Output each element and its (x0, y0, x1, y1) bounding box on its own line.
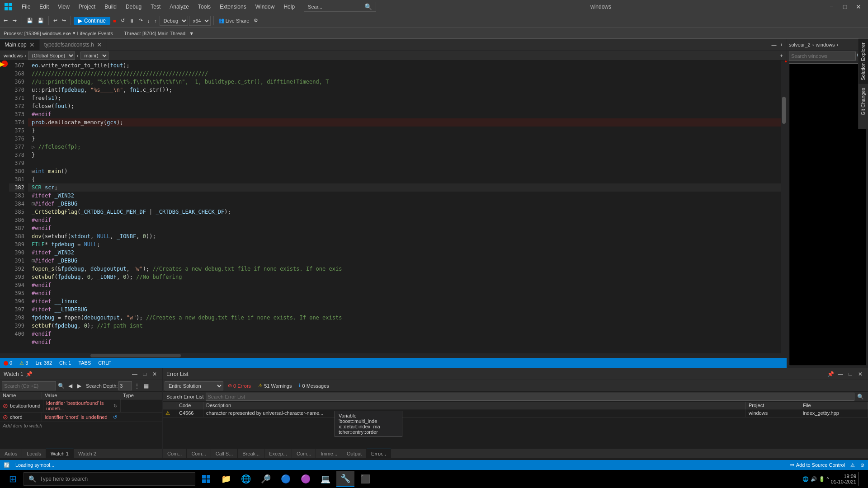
volume-icon[interactable]: 🔊 (811, 476, 817, 482)
error-search-input[interactable] (206, 393, 854, 401)
tray-arrow[interactable]: ^ (827, 476, 829, 482)
taskbar-task-view[interactable] (197, 471, 215, 487)
error-expand-button[interactable]: □ (846, 370, 854, 378)
tab-comp1[interactable]: Com... (163, 449, 187, 458)
minimize-button[interactable]: − (826, 2, 837, 11)
side-search-input[interactable] (789, 52, 856, 61)
liveshare-button[interactable]: 👥 Live Share (217, 15, 251, 26)
taskbar-app-6[interactable]: 🟣 (297, 471, 315, 487)
error-close-button[interactable]: ✕ (856, 370, 864, 378)
error-count-badge[interactable]: ⊘ 0 Errors (225, 382, 254, 389)
taskbar-app-7[interactable]: 💻 (316, 471, 335, 487)
watch-close-button[interactable]: ✕ (151, 370, 159, 378)
watch-cell-name-0[interactable]: ⊘ besttourfound (0, 399, 43, 412)
git-changes-tab[interactable]: Git Changes (859, 84, 868, 119)
taskbar-edge[interactable]: 🌐 (237, 471, 255, 487)
forward-button[interactable]: ⮕ (10, 15, 19, 26)
error-search-icon[interactable]: 🔍 (856, 393, 864, 401)
step-over-button[interactable]: ↷ (137, 15, 145, 26)
prev-result-button[interactable]: ◀ (66, 382, 74, 390)
continue-button[interactable]: ▶ Continue (74, 17, 110, 25)
network-icon[interactable]: 🌐 (802, 476, 809, 482)
show-desktop-btn[interactable] (858, 472, 861, 486)
step-out-button[interactable]: ↑ (152, 15, 159, 26)
code-content[interactable]: eo.write_vector_to_file(fout); /////////… (28, 61, 781, 353)
watch-toolbar-btn-2[interactable]: ▦ (142, 382, 150, 390)
tab-close-button[interactable]: ✕ (29, 41, 35, 48)
step-into-button[interactable]: ↓ (146, 15, 152, 26)
back-button[interactable]: ⬅ (2, 15, 9, 26)
error-filter-select[interactable]: Entire Solution Current Project Current … (165, 381, 223, 390)
menu-project[interactable]: Project (75, 3, 99, 11)
add-watch-item[interactable]: Add item to watch (0, 422, 162, 429)
watch-cell-name-1[interactable]: ⊘ chord (0, 413, 42, 422)
tab-errors[interactable]: Error... (367, 449, 391, 458)
taskbar-file-explorer[interactable]: 📁 (217, 471, 235, 487)
tab-except[interactable]: Excep... (264, 449, 292, 458)
add-watch-icon[interactable]: + (780, 53, 783, 58)
close-button[interactable]: ✕ (853, 2, 864, 11)
tab-locals[interactable]: Locals (22, 449, 46, 458)
menu-help[interactable]: Help (280, 3, 298, 11)
solution-explorer-tab[interactable]: Solution Explorer (859, 39, 868, 84)
tab-output[interactable]: Output (342, 449, 367, 458)
menu-window[interactable]: Window (252, 3, 278, 11)
editor-expand-button[interactable]: + (778, 39, 785, 50)
restart-button[interactable]: ↺ (119, 15, 127, 26)
battery-icon[interactable]: 🔋 (819, 476, 825, 482)
next-result-button[interactable]: ▶ (75, 382, 83, 390)
menu-build[interactable]: Build (101, 3, 120, 11)
error-pin-button[interactable]: 📌 (826, 370, 835, 378)
clock-date[interactable]: 19:09 01-10-2021 (831, 474, 856, 484)
tab-typedefs[interactable]: typedefsandconsts.h ✕ (40, 39, 107, 50)
scroll-h-thumb[interactable] (90, 354, 181, 357)
restore-button[interactable]: □ (839, 2, 851, 11)
tab-breakpts[interactable]: Break... (238, 449, 264, 458)
menu-debug[interactable]: Debug (122, 3, 145, 11)
pause-button[interactable]: ⏸ (127, 15, 136, 26)
scope-select[interactable]: (Global Scope) (28, 52, 75, 60)
taskbar-search-box[interactable]: 🔍 Type here to search (24, 472, 195, 486)
taskbar-search-app[interactable]: 🔎 (257, 471, 275, 487)
error-collapse-button[interactable]: — (836, 370, 844, 378)
editor-collapse-button[interactable]: — (770, 39, 778, 50)
watch-cell-value-1[interactable]: identifier 'chord' is undefined ↺ (42, 413, 120, 422)
menu-view[interactable]: View (54, 3, 73, 11)
menu-analyze[interactable]: Analyze (166, 3, 193, 11)
scroll-thumb[interactable] (782, 97, 786, 124)
tab-comm[interactable]: Com... (292, 449, 316, 458)
watch-toolbar-btn-1[interactable]: ⋮ (133, 382, 141, 390)
watch-pin-button[interactable]: 📌 (25, 370, 33, 378)
watch-cell-value-0[interactable]: identifier 'besttourfound' is undefi... … (43, 399, 121, 412)
tab-watch1[interactable]: Watch 1 (46, 449, 74, 458)
watch-search-input[interactable] (2, 381, 56, 390)
menu-edit[interactable]: Edit (36, 3, 52, 11)
menu-extensions[interactable]: Extensions (216, 3, 250, 11)
config-select[interactable]: Debug (160, 16, 188, 26)
warning-count-badge[interactable]: ⚠ 51 Warnings (255, 382, 294, 389)
taskbar-app-5[interactable]: 🔵 (277, 471, 295, 487)
vertical-scrollbar[interactable] (781, 61, 787, 353)
function-select[interactable]: main() (80, 52, 108, 60)
search-icon[interactable]: 🔍 (57, 382, 65, 390)
source-control-btn[interactable]: ⮕ Add to Source Control (790, 462, 845, 468)
tab-autos[interactable]: Autos (0, 449, 22, 458)
start-button[interactable]: ⊞ (4, 471, 22, 487)
menu-tools[interactable]: Tools (194, 3, 214, 11)
message-count-badge[interactable]: ℹ 0 Messages (296, 382, 331, 389)
horizontal-scrollbar[interactable] (0, 353, 787, 358)
tab-main-cpp[interactable]: Main.cpp ✕ (0, 39, 40, 50)
menu-test[interactable]: Test (147, 3, 164, 11)
search-depth-input[interactable] (118, 381, 132, 390)
taskbar-vs-active[interactable]: 🔧 (336, 471, 354, 487)
title-search[interactable]: Sear... 🔍 (304, 2, 376, 12)
tab-watch2[interactable]: Watch 2 (74, 449, 101, 458)
tab-call[interactable]: Call S... (211, 449, 238, 458)
undo-button[interactable]: ↩ (52, 15, 59, 26)
menu-file[interactable]: File (18, 3, 34, 11)
tab-close-button[interactable]: ✕ (97, 41, 102, 48)
tab-imme[interactable]: Imme... (316, 449, 342, 458)
refresh-icon[interactable]: ↻ (113, 403, 118, 409)
tab-comp2[interactable]: Com... (187, 449, 211, 458)
stop-button[interactable]: ■ (111, 15, 118, 26)
